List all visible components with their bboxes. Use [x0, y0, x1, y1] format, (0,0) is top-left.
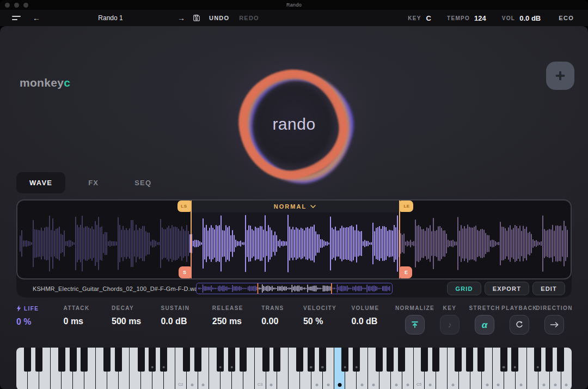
add-button[interactable]	[546, 62, 574, 90]
piano-key-black[interactable]	[455, 348, 462, 372]
waveform[interactable]	[17, 210, 571, 277]
key-dot	[554, 384, 556, 386]
back-arrow-icon[interactable]: ←	[29, 14, 44, 22]
key-dot	[542, 384, 545, 386]
piano-key-black[interactable]	[421, 348, 428, 372]
piano-key-black[interactable]	[70, 348, 77, 372]
piano-key-black[interactable]	[546, 348, 553, 372]
piano-key-black[interactable]	[35, 348, 42, 372]
forward-arrow-icon[interactable]: →	[174, 14, 188, 22]
piano-key-black[interactable]	[103, 348, 111, 372]
tab-wave[interactable]: WAVE	[16, 172, 65, 193]
piano-key-black[interactable]	[511, 348, 518, 372]
param-attack-value[interactable]: 0 ms	[64, 317, 97, 326]
key-dot	[191, 384, 193, 386]
piano-key-black[interactable]	[194, 348, 201, 372]
piano-key-black[interactable]	[138, 348, 145, 372]
direction-button[interactable]	[544, 315, 564, 335]
key-value[interactable]: C	[426, 14, 431, 22]
view-tabs: WAVE FX SEQ	[16, 172, 164, 193]
piano-key-black[interactable]	[160, 348, 167, 372]
tab-fx[interactable]: FX	[75, 172, 112, 193]
os-titlebar: Rando	[0, 0, 588, 10]
key-dot	[327, 384, 329, 386]
piano-key-black[interactable]	[115, 348, 122, 372]
piano-key-black[interactable]	[557, 348, 564, 372]
blob-label: rando	[231, 60, 357, 189]
param-release-value[interactable]: 250 ms	[212, 317, 247, 326]
piano-keyboard[interactable]: C2C3C5	[16, 348, 572, 389]
vol-value[interactable]: 0.0 dB	[519, 14, 541, 22]
param-attack: ATTACK 0 ms	[64, 305, 97, 326]
piano-key-black[interactable]	[240, 348, 247, 372]
piano-key-black[interactable]	[58, 348, 65, 372]
tempo-value[interactable]: 124	[474, 14, 486, 22]
redo-button[interactable]: REDO	[239, 15, 259, 21]
key-dot	[406, 384, 409, 386]
piano-key-black[interactable]	[534, 348, 541, 372]
key-dot	[536, 366, 539, 369]
end-handle[interactable]: E	[400, 266, 412, 278]
undo-button[interactable]: UNDO	[209, 15, 229, 21]
key-lock-button[interactable]: ♪	[440, 315, 460, 335]
piano-key-black[interactable]	[228, 348, 235, 372]
export-button[interactable]: EXPORT	[485, 282, 529, 295]
piano-key-black[interactable]	[387, 348, 394, 372]
key-dot	[565, 384, 568, 386]
param-release: RELEASE 250 ms	[212, 305, 247, 326]
piano-key-black[interactable]	[341, 348, 348, 372]
octave-label: C5	[416, 382, 422, 387]
piano-key-black[interactable]	[466, 348, 473, 372]
rando-blob[interactable]: rando	[231, 60, 357, 189]
piano-key-black[interactable]	[262, 348, 270, 372]
eco-button[interactable]: ECO	[559, 15, 574, 21]
loop-start-line[interactable]	[191, 200, 192, 278]
piano-key-black[interactable]	[319, 348, 326, 372]
piano-key-black[interactable]	[217, 348, 224, 372]
param-volume-value[interactable]: 0.0 dB	[351, 317, 383, 326]
tempo-label: TEMPO	[447, 15, 470, 21]
piano-key-black[interactable]	[183, 348, 190, 372]
param-velocity-value[interactable]: 50 %	[303, 317, 337, 326]
edit-button[interactable]: EDIT	[532, 282, 565, 295]
save-icon[interactable]	[193, 14, 200, 22]
key-dot	[162, 366, 165, 369]
key-label: KEY	[408, 15, 421, 21]
menu-icon[interactable]	[12, 16, 21, 20]
piano-key-black[interactable]	[477, 348, 485, 372]
piano-key-black[interactable]	[500, 348, 507, 372]
mode-label: NORMAL	[274, 203, 307, 210]
toggle-playback: PLAYBACK	[502, 305, 537, 335]
plus-icon	[555, 70, 566, 81]
param-decay-value[interactable]: 500 ms	[112, 317, 146, 326]
loop-icon	[515, 320, 524, 329]
loop-end-handle[interactable]: LE	[400, 200, 413, 212]
normalize-button[interactable]	[405, 315, 425, 335]
playback-button[interactable]	[510, 315, 529, 335]
waveform-display[interactable]: NORMAL LS LE S E	[16, 199, 572, 279]
start-handle[interactable]: S	[179, 266, 191, 278]
piano-key-black[interactable]	[376, 348, 383, 372]
piano-key-black[interactable]	[398, 348, 405, 372]
piano-key-black[interactable]	[296, 348, 303, 372]
piano-key-black[interactable]	[308, 348, 315, 372]
piano-key-black[interactable]	[81, 348, 88, 372]
key-dot	[451, 384, 454, 386]
piano-key-black[interactable]	[432, 348, 439, 372]
param-trans-value[interactable]: 0.00	[261, 317, 289, 326]
piano-key-black[interactable]	[273, 348, 280, 372]
grid-button[interactable]: GRID	[447, 282, 481, 295]
preset-name[interactable]: Rando 1	[70, 14, 151, 22]
piano-key-black[interactable]	[149, 348, 156, 372]
stretch-button[interactable]: α	[475, 315, 494, 335]
sample-overview-minimap[interactable]	[196, 283, 393, 294]
param-sustain-value[interactable]: 0.0 dB	[161, 317, 198, 326]
loop-start-handle[interactable]: LS	[177, 200, 191, 212]
tab-seq[interactable]: SEQ	[121, 172, 164, 193]
piano-key-black[interactable]	[24, 348, 31, 372]
octave-label: C2	[178, 382, 183, 387]
key-dot	[270, 384, 273, 386]
piano-key-black[interactable]	[353, 348, 360, 372]
param-life-value[interactable]: 0 %	[16, 317, 50, 327]
toggle-direction: DIRECTION	[537, 305, 572, 335]
